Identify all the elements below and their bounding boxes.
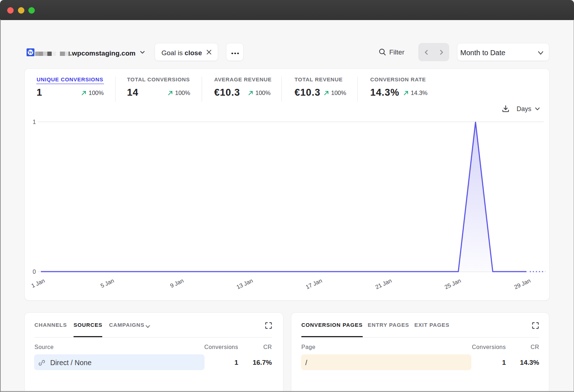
svg-text:W: W	[28, 49, 33, 55]
svg-text:17 Jan: 17 Jan	[305, 277, 323, 290]
svg-text:1 Jan: 1 Jan	[30, 277, 46, 289]
svg-text:25 Jan: 25 Jan	[444, 277, 462, 290]
svg-text:0: 0	[33, 269, 36, 275]
svg-text:5 Jan: 5 Jan	[100, 277, 115, 289]
svg-text:1: 1	[33, 119, 36, 125]
svg-text:21 Jan: 21 Jan	[375, 277, 393, 290]
svg-text:13 Jan: 13 Jan	[236, 277, 254, 290]
svg-text:9 Jan: 9 Jan	[169, 277, 185, 289]
svg-text:29 Jan: 29 Jan	[513, 277, 532, 290]
